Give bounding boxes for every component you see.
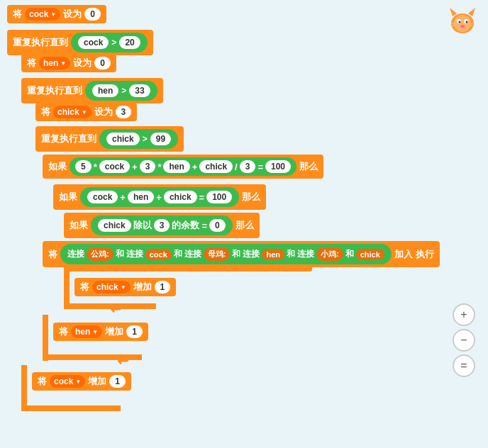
cock-inc-value[interactable]: 1 bbox=[109, 375, 126, 388]
zoom-fit-button[interactable]: = bbox=[453, 354, 475, 377]
inc-cock-block[interactable]: 将 cock 增加 1 bbox=[32, 372, 131, 391]
repeat-label2: 重复执行直到 bbox=[27, 84, 82, 97]
zoom-out-button[interactable]: − bbox=[453, 329, 475, 352]
chick-condition[interactable]: chick > 99 bbox=[99, 129, 178, 149]
set-to-label2: 设为 bbox=[73, 57, 92, 69]
join-label2: 连接 bbox=[126, 248, 143, 260]
if-label3: 如果 bbox=[70, 219, 88, 232]
exec-label: 执行 bbox=[416, 248, 434, 261]
hen-inc-value[interactable]: 1 bbox=[126, 325, 143, 338]
hen-dropdown[interactable]: hen bbox=[39, 57, 70, 69]
if-block1[interactable]: 如果 5 * cock + 3 * hen + chick / 3 = 100 … bbox=[43, 155, 323, 179]
rooster-label: 公鸡: bbox=[87, 247, 113, 261]
set-cock-block[interactable]: 将 cock 设为 0 bbox=[7, 5, 106, 23]
plus1: + bbox=[132, 162, 138, 172]
join-label4: 连接 bbox=[243, 248, 260, 260]
if-block3[interactable]: 如果 chick 除以 3 的余数 = 0 那么 bbox=[64, 213, 260, 238]
cock-var: cock bbox=[78, 36, 109, 49]
hen-limit: 33 bbox=[129, 84, 150, 97]
repeat-hen-row: 重复执行直到 hen > 33 bbox=[21, 78, 163, 103]
chick-label: 小鸡: bbox=[316, 247, 343, 261]
chick-inc-dropdown[interactable]: chick bbox=[92, 281, 131, 293]
repeat-hen-block[interactable]: 重复执行直到 hen > 33 bbox=[21, 78, 163, 103]
divby: 除以 bbox=[133, 219, 152, 232]
cock-value[interactable]: 0 bbox=[84, 8, 101, 21]
eq3: = bbox=[201, 220, 207, 231]
gt-op2: > bbox=[121, 86, 126, 96]
join-label3: 连接 bbox=[184, 248, 201, 260]
hen-value[interactable]: 0 bbox=[94, 57, 111, 69]
hen-condition[interactable]: hen > 33 bbox=[85, 81, 157, 101]
then-label2: 那么 bbox=[242, 191, 260, 203]
set-label: 将 bbox=[13, 8, 22, 21]
num100a: 100 bbox=[265, 160, 291, 173]
if-condition3[interactable]: chick 除以 3 的余数 = 0 bbox=[91, 215, 233, 235]
gt-op3: > bbox=[143, 134, 148, 144]
then-label3: 那么 bbox=[235, 219, 254, 232]
then-label1: 那么 bbox=[299, 160, 318, 173]
num3c: 3 bbox=[154, 219, 170, 232]
cock-dropdown[interactable]: cock bbox=[25, 8, 60, 21]
num0: 0 bbox=[209, 219, 226, 232]
if-label2: 如果 bbox=[59, 191, 77, 203]
remainder: 的余数 bbox=[172, 219, 199, 232]
eq1: = bbox=[257, 162, 263, 172]
plus3: + bbox=[120, 192, 126, 203]
chick-join: chick bbox=[356, 249, 384, 260]
hen-inc-dropdown[interactable]: hen bbox=[71, 325, 102, 338]
set-label4: 将 bbox=[48, 248, 57, 261]
set-chick-block[interactable]: 将 chick 设为 3 bbox=[35, 103, 137, 121]
set-cock-row: 将 cock 设为 0 bbox=[7, 5, 106, 23]
cock-limit: 20 bbox=[119, 36, 140, 49]
and3: 和 bbox=[232, 248, 240, 260]
num3: 3 bbox=[140, 160, 156, 173]
chick-value[interactable]: 3 bbox=[116, 106, 132, 118]
inc-label1: 增加 bbox=[133, 281, 152, 293]
repeat-cock-block[interactable]: 重复执行直到 cock > 20 bbox=[7, 30, 153, 55]
cock-inc-dropdown[interactable]: cock bbox=[50, 375, 85, 388]
cat-mascot bbox=[445, 4, 479, 38]
zoom-in-button[interactable]: + bbox=[453, 303, 475, 326]
cock-ref1: cock bbox=[99, 160, 130, 173]
repeat-cock-row: 重复执行直到 cock > 20 bbox=[7, 30, 153, 55]
chick-var: chick bbox=[106, 133, 140, 145]
connector-bar-left3 bbox=[21, 365, 27, 411]
set-label5: 将 bbox=[80, 281, 89, 293]
plus2: + bbox=[192, 162, 198, 172]
hen-label: 母鸡: bbox=[204, 247, 231, 261]
set-to-label3: 设为 bbox=[94, 106, 113, 118]
inc-chick-block[interactable]: 将 chick 增加 1 bbox=[74, 278, 176, 296]
svg-point-3 bbox=[454, 15, 471, 32]
inc-hen-block[interactable]: 将 hen 增加 1 bbox=[53, 323, 148, 341]
hen-ref1: hen bbox=[163, 160, 189, 173]
chick-inc-value[interactable]: 1 bbox=[155, 281, 171, 293]
chick-ref1: chick bbox=[199, 160, 233, 173]
repeat-chick-block[interactable]: 重复执行直到 chick > 99 bbox=[35, 126, 184, 152]
chick-ref2: chick bbox=[164, 191, 197, 203]
and1: 和 bbox=[116, 248, 124, 260]
inc-label2: 增加 bbox=[105, 325, 123, 338]
inc-hen-row: 将 hen 增加 1 bbox=[53, 323, 148, 341]
mult2: * bbox=[157, 162, 161, 172]
num100b: 100 bbox=[206, 191, 232, 203]
chick-dropdown[interactable]: chick bbox=[53, 106, 92, 118]
set-hen-block[interactable]: 将 hen 设为 0 bbox=[21, 54, 116, 72]
num5: 5 bbox=[75, 160, 92, 173]
and4: 和 bbox=[287, 248, 295, 260]
chick-ref3: chick bbox=[98, 219, 131, 232]
inc-cock-row: 将 cock 增加 1 bbox=[32, 372, 131, 391]
if-label1: 如果 bbox=[48, 160, 67, 173]
join-chain[interactable]: 连接 公鸡: 和 连接 cock 和 连接 母鸡: 和 连接 hen 和 连接 … bbox=[60, 244, 392, 264]
set-label7: 将 bbox=[38, 375, 47, 388]
if-condition1[interactable]: 5 * cock + 3 * hen + chick / 3 = 100 bbox=[70, 157, 296, 176]
if-block2[interactable]: 如果 cock + hen + chick = 100 那么 bbox=[53, 184, 266, 210]
and2: 和 bbox=[174, 248, 182, 260]
connector-arrow2: ↩ bbox=[117, 352, 129, 369]
chick-limit: 99 bbox=[150, 133, 171, 145]
if-condition2[interactable]: cock + hen + chick = 100 bbox=[80, 187, 239, 207]
concat-block[interactable]: 将 连接 公鸡: 和 连接 cock 和 连接 母鸡: 和 连接 hen 和 连… bbox=[43, 241, 440, 267]
svg-marker-1 bbox=[450, 8, 457, 16]
mult1: * bbox=[94, 162, 97, 172]
connector-bar1 bbox=[64, 266, 312, 271]
cock-condition[interactable]: cock > 20 bbox=[71, 33, 148, 52]
